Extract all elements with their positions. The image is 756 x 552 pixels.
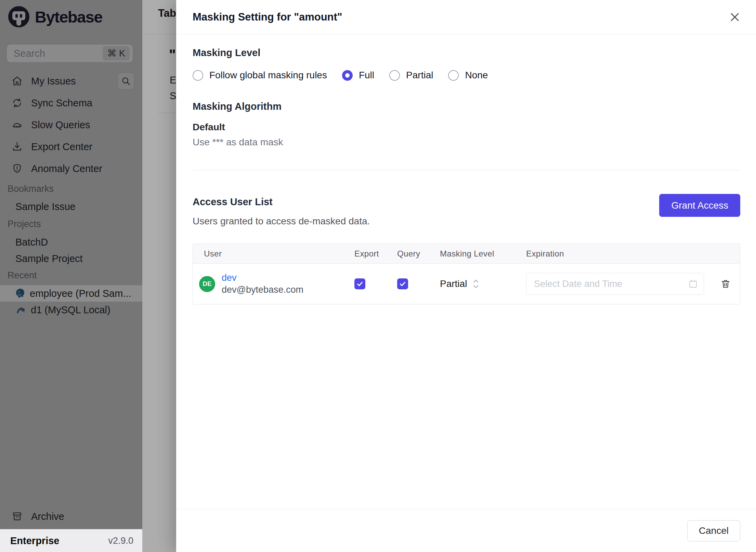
sidebar-item-label: Sample Issue xyxy=(15,201,76,212)
sidebar-item-label: Archive xyxy=(31,511,64,522)
export-checkbox[interactable] xyxy=(354,278,365,289)
modal-footer: Cancel xyxy=(176,509,756,552)
bytebase-app: Bytebase Search ⌘ K My Issues Sync Schem… xyxy=(0,0,756,552)
radio-none[interactable]: None xyxy=(448,70,488,81)
radio-icon xyxy=(448,70,459,81)
column-header-masking-level: Masking Level xyxy=(438,249,524,259)
sidebar-item-my-issues[interactable]: My Issues xyxy=(0,70,142,92)
logo: Bytebase xyxy=(8,5,102,28)
radio-label: Full xyxy=(359,70,374,81)
radio-follow-global[interactable]: Follow global masking rules xyxy=(193,70,327,81)
close-icon[interactable] xyxy=(728,10,742,24)
access-user-table: User Export Query Masking Level Expirati… xyxy=(193,244,740,304)
postgres-icon xyxy=(14,288,26,299)
calendar-icon xyxy=(688,279,698,289)
sidebar-nav: My Issues Sync Schema Slow Queries Expor… xyxy=(0,70,142,180)
search-shortcut-badge: ⌘ K xyxy=(103,46,130,61)
sidebar-item-anomaly-center[interactable]: Anomaly Center xyxy=(0,158,142,180)
sidebar-item-sample-issue[interactable]: Sample Issue xyxy=(0,198,142,215)
radio-label: Follow global masking rules xyxy=(209,70,327,81)
section-title-recent: Recent xyxy=(8,270,37,281)
radio-icon xyxy=(389,70,400,81)
radio-icon xyxy=(193,70,203,81)
column-header-query: Query xyxy=(395,249,438,259)
background-text-fragment: S xyxy=(170,90,176,102)
section-divider xyxy=(193,170,740,170)
background-text-fragment: E xyxy=(170,75,176,86)
section-title-projects: Projects xyxy=(8,219,41,229)
grant-access-button[interactable]: Grant Access xyxy=(659,194,740,217)
radio-partial[interactable]: Partial xyxy=(389,70,433,81)
home-icon xyxy=(12,76,23,87)
turtle-icon xyxy=(12,119,23,130)
query-cell xyxy=(395,278,438,289)
archive-icon xyxy=(12,511,23,522)
expiration-placeholder: Select Date and Time xyxy=(534,279,688,289)
masking-level-heading: Masking Level xyxy=(193,47,260,58)
shield-icon xyxy=(12,163,23,174)
sidebar-item-batchd[interactable]: BatchD xyxy=(0,234,142,250)
sidebar-item-archive[interactable]: Archive xyxy=(0,507,142,526)
radio-label: None xyxy=(465,70,488,81)
table-header-row: User Export Query Masking Level Expirati… xyxy=(193,244,740,264)
expiration-date-input[interactable]: Select Date and Time xyxy=(526,273,704,295)
sidebar-item-label: Anomaly Center xyxy=(31,163,102,174)
sidebar-item-slow-queries[interactable]: Slow Queries xyxy=(0,114,142,136)
trash-icon[interactable] xyxy=(720,278,731,289)
query-checkbox[interactable] xyxy=(397,278,408,289)
chevron-up-down-icon xyxy=(472,279,480,289)
avatar: DE xyxy=(199,276,215,292)
sidebar-item-label: Slow Queries xyxy=(31,119,90,131)
algorithm-name: Default xyxy=(193,122,225,133)
masking-level-value: Partial xyxy=(440,278,467,289)
sidebar-item-export-center[interactable]: Export Center xyxy=(0,136,142,158)
table-row: DE dev dev@bytebase.com xyxy=(193,264,740,304)
masking-level-select[interactable]: Partial xyxy=(440,278,480,289)
sidebar: Bytebase Search ⌘ K My Issues Sync Schem… xyxy=(0,0,142,552)
background-page: Tab " E S xyxy=(142,0,176,552)
column-header-user: User xyxy=(193,249,354,259)
mysql-icon xyxy=(15,304,27,316)
algorithm-description: Use *** as data mask xyxy=(193,137,283,148)
sidebar-item-label: employee (Prod Sam... xyxy=(30,288,131,299)
actions-cell xyxy=(711,278,740,289)
cancel-button[interactable]: Cancel xyxy=(687,520,740,541)
background-page-title-fragment: Tab xyxy=(158,7,176,19)
expiration-cell: Select Date and Time xyxy=(524,273,711,295)
app-title: Bytebase xyxy=(35,8,102,26)
sidebar-item-label: Sync Schema xyxy=(31,97,92,109)
masking-algorithm-heading: Masking Algorithm xyxy=(193,101,282,112)
sidebar-item-sample-project[interactable]: Sample Project xyxy=(0,250,142,267)
user-email: dev@bytebase.com xyxy=(222,285,303,295)
section-title-bookmarks: Bookmarks xyxy=(8,184,54,194)
search-input[interactable]: Search ⌘ K xyxy=(6,44,133,63)
sidebar-item-label: d1 (MySQL Local) xyxy=(31,304,110,316)
user-info: dev dev@bytebase.com xyxy=(222,273,303,295)
masking-setting-modal: Masking Setting for "amount" Masking Lev… xyxy=(176,0,756,552)
bytebase-logo-icon xyxy=(8,5,30,28)
modal-header: Masking Setting for "amount" xyxy=(176,0,756,34)
sidebar-item-sync-schema[interactable]: Sync Schema xyxy=(0,92,142,114)
sidebar-item-label: BatchD xyxy=(15,237,48,248)
background-divider xyxy=(158,113,176,113)
masking-level-radio-group: Follow global masking rules Full Partial… xyxy=(193,69,488,81)
modal-title: Masking Setting for "amount" xyxy=(193,11,728,23)
sidebar-item-d1-db[interactable]: d1 (MySQL Local) xyxy=(0,302,142,318)
sidebar-item-label: Export Center xyxy=(31,141,92,153)
search-placeholder: Search xyxy=(14,48,103,59)
background-header-divider xyxy=(142,34,176,35)
sidebar-footer: Enterprise v2.9.0 xyxy=(0,529,142,552)
version-label: v2.9.0 xyxy=(108,536,133,546)
radio-checked-icon xyxy=(342,70,353,81)
masking-level-cell: Partial xyxy=(438,278,524,289)
sync-icon xyxy=(12,97,23,108)
user-link[interactable]: dev xyxy=(222,273,303,283)
radio-full[interactable]: Full xyxy=(342,70,374,81)
user-cell: DE dev dev@bytebase.com xyxy=(193,273,354,295)
column-header-export: Export xyxy=(354,249,395,259)
sidebar-item-employee-db[interactable]: employee (Prod Sam... xyxy=(0,285,142,302)
background-quote-fragment: " xyxy=(169,47,176,63)
access-user-list-heading: Access User List xyxy=(193,196,273,208)
radio-label: Partial xyxy=(406,70,433,81)
plan-label[interactable]: Enterprise xyxy=(10,535,108,547)
